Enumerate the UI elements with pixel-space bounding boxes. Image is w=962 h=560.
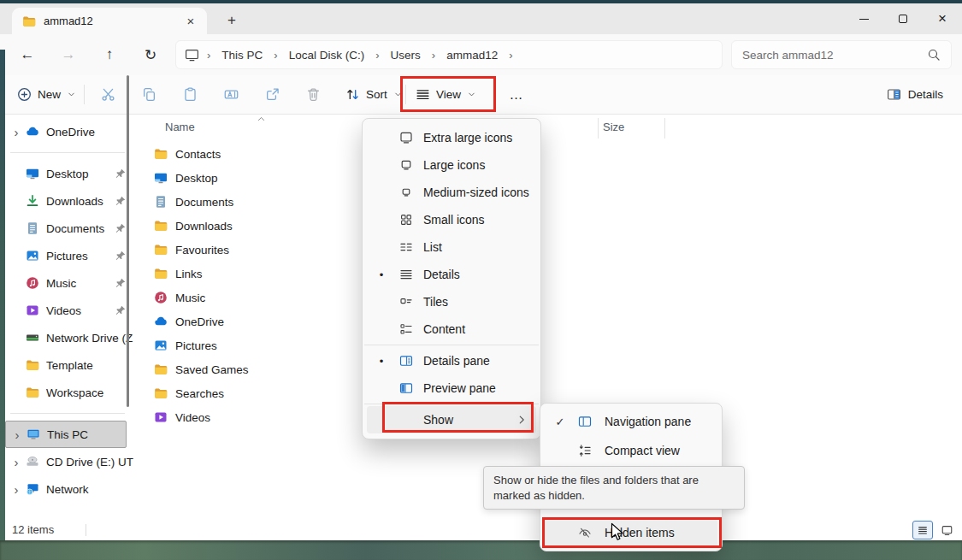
folder-icon: [22, 15, 36, 28]
menu-item-details-pane[interactable]: •Details pane: [367, 347, 536, 374]
sort-button[interactable]: Sort: [345, 75, 403, 114]
see-more-button[interactable]: …: [505, 75, 528, 114]
breadcrumb-segment-users[interactable]: Users: [387, 46, 424, 64]
sidebar-item-music[interactable]: Music: [0, 269, 137, 297]
folder-icon: [154, 267, 168, 280]
folder-icon: [26, 386, 39, 399]
search-input[interactable]: [742, 49, 927, 62]
folder-icon: [154, 243, 168, 256]
tab-close-button[interactable]: ×: [181, 12, 200, 31]
titlebar: ammad12 × + ×: [0, 3, 962, 34]
breadcrumb-separator: ›: [368, 49, 387, 62]
breadcrumb-segment-this-pc[interactable]: This PC: [218, 46, 266, 64]
details-view-icon: [917, 524, 929, 536]
sidebar-item-label: Documents: [46, 222, 115, 235]
desktop-wallpaper-bottom: [0, 540, 962, 560]
sidebar-item-downloads[interactable]: Downloads: [0, 187, 137, 215]
menu-item-label: Tiles: [423, 295, 536, 309]
window-controls: ×: [844, 3, 962, 34]
search-box[interactable]: [731, 40, 952, 69]
videos-icon: [154, 410, 168, 424]
pin-icon: [115, 304, 127, 316]
column-divider[interactable]: [598, 118, 599, 139]
sidebar-item-this-pc[interactable]: ›This PC: [5, 421, 127, 448]
file-name: OneDrive: [175, 315, 224, 328]
new-button[interactable]: New: [12, 75, 81, 114]
close-button[interactable]: ×: [923, 3, 962, 34]
menu-item-content[interactable]: Content: [367, 315, 536, 343]
pin-icon: [115, 250, 127, 262]
column-divider[interactable]: [664, 118, 665, 139]
expander-chevron-icon[interactable]: ›: [8, 427, 27, 442]
maximize-icon: [899, 15, 907, 23]
sidebar-item-onedrive[interactable]: ›OneDrive: [0, 118, 137, 145]
sidebar-item-template[interactable]: Template: [0, 351, 137, 379]
nav-pane-icon: [578, 415, 592, 428]
expander-chevron-icon[interactable]: ›: [7, 125, 26, 139]
expander-chevron-icon[interactable]: ›: [7, 482, 26, 497]
music-icon: [154, 291, 168, 304]
menu-item-tiles[interactable]: Tiles: [367, 288, 536, 315]
column-header-size[interactable]: Size: [603, 121, 624, 133]
search-icon: [927, 48, 941, 62]
explorer-tab[interactable]: ammad12 ×: [12, 8, 207, 34]
navigation-bar: ← → ↑ ↻ ›This PC›Local Disk (C:)›Users›a…: [0, 34, 962, 75]
sidebar-item-documents[interactable]: Documents: [0, 215, 137, 242]
sidebar-item-network-drive-z[interactable]: Network Drive (Z: [0, 324, 137, 351]
cut-button[interactable]: [87, 78, 128, 112]
sidebar-item-cd-drive-e-ut[interactable]: ›CD Drive (E:) UT: [0, 448, 137, 475]
tab-title: ammad12: [44, 15, 181, 27]
desktop-wallpaper-left: [0, 50, 5, 540]
folder-icon: [154, 147, 168, 161]
expander-chevron-icon[interactable]: ›: [7, 455, 26, 469]
share-button[interactable]: [251, 78, 292, 112]
menu-item-large-icons[interactable]: Large icons: [367, 151, 536, 179]
menu-item-details[interactable]: •Details: [367, 261, 536, 288]
minimize-button[interactable]: [844, 3, 883, 34]
sidebar-scrollbar[interactable]: [127, 75, 129, 407]
copy-button[interactable]: [128, 78, 169, 112]
menu-item-preview-pane[interactable]: Preview pane: [367, 374, 536, 402]
folder-icon: [154, 219, 168, 233]
preview-pane-icon: [399, 381, 413, 395]
sidebar-item-label: Videos: [46, 304, 115, 317]
sidebar-item-desktop[interactable]: Desktop: [0, 160, 137, 187]
sidebar-item-pictures[interactable]: Pictures: [0, 242, 137, 269]
selected-bullet-icon: •: [374, 355, 389, 368]
cut-icon: [101, 87, 115, 102]
file-name: Saved Games: [175, 363, 249, 376]
breadcrumb-separator: ›: [424, 49, 443, 62]
submenu-item-navigation-pane[interactable]: ✓Navigation pane: [545, 407, 717, 436]
delete-button[interactable]: [292, 78, 333, 112]
file-name: Favourites: [175, 244, 229, 256]
menu-item-list[interactable]: List: [367, 233, 536, 261]
pin-icon: [115, 277, 127, 289]
breadcrumb-segment-ammad12[interactable]: ammad12: [443, 46, 501, 64]
share-icon: [265, 87, 280, 102]
menu-item-small-icons[interactable]: Small icons: [367, 206, 536, 233]
sidebar-item-network[interactable]: ›Network: [0, 475, 137, 503]
menu-item-label: List: [423, 240, 536, 254]
sidebar-item-workspace[interactable]: Workspace: [0, 379, 137, 406]
forward-button[interactable]: →: [51, 39, 86, 70]
paste-button[interactable]: [169, 78, 210, 112]
up-button[interactable]: ↑: [92, 39, 127, 70]
menu-item-medium-sized-icons[interactable]: Medium-sized icons: [367, 179, 536, 206]
menu-item-extra-large-icons[interactable]: Extra large icons: [367, 124, 536, 151]
details-pane-toggle-button[interactable]: Details: [880, 75, 950, 114]
sidebar-item-label: Music: [46, 277, 115, 290]
sidebar-item-videos[interactable]: Videos: [0, 297, 137, 324]
rename-button[interactable]: [210, 78, 251, 112]
submenu-item-label: Navigation pane: [605, 415, 691, 428]
maximize-button[interactable]: [883, 3, 923, 34]
new-tab-button[interactable]: +: [221, 10, 243, 31]
column-header-name[interactable]: Name: [165, 121, 195, 133]
large-icons-view-toggle[interactable]: [936, 521, 957, 539]
breadcrumb-segment-local-disk-c[interactable]: Local Disk (C:): [286, 46, 369, 64]
details-view-toggle[interactable]: [912, 521, 933, 539]
sidebar-item-label: This PC: [47, 428, 122, 441]
sidebar-divider: [10, 152, 125, 153]
back-button[interactable]: ←: [10, 39, 44, 70]
refresh-button[interactable]: ↻: [133, 39, 168, 70]
submenu-item-compact-view[interactable]: Compact view: [545, 436, 717, 465]
